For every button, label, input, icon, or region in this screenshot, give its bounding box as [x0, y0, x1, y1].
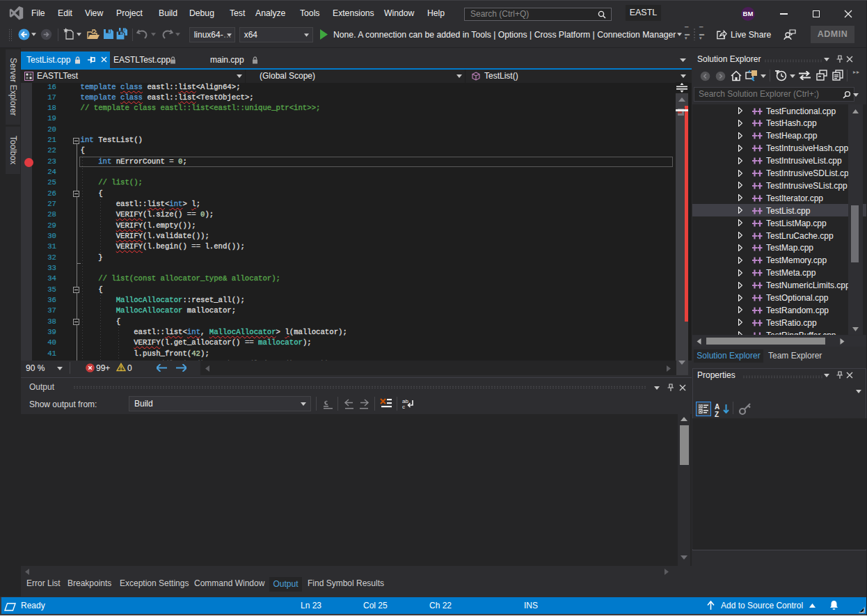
svg-text:c: c [402, 404, 405, 410]
